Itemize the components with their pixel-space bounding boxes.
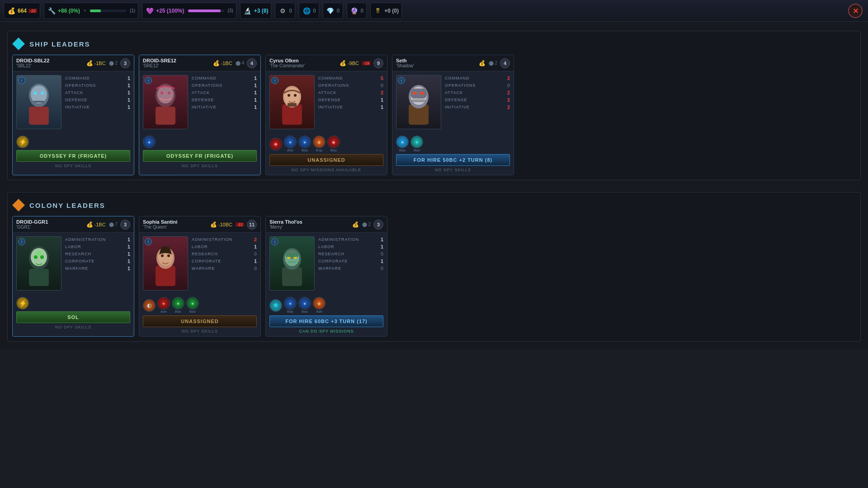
skill-icon-orange-sierra: ◆ [313, 297, 326, 310]
svg-point-8 [157, 85, 174, 103]
res3-value: 0 [337, 8, 340, 14]
svg-rect-35 [282, 267, 302, 286]
skill-icon-blue-cyrus-1: ● [284, 136, 297, 148]
assign-btn-cyrus[interactable]: UNASSIGNED [269, 154, 383, 166]
research-icon: 🔬 [243, 6, 252, 15]
info-btn-sbl22[interactable]: i [18, 77, 25, 84]
stat-corporate-sophia: CORPORATE 1 [192, 258, 257, 264]
skill-wrap-seth-2: ● Bas [410, 136, 423, 152]
skill-wrap-cyrus-1: ◆ [269, 138, 282, 150]
card-cost-seth: 💰 ⬤ 2 [479, 60, 497, 66]
cost-value-sre12: -1BC [221, 61, 232, 66]
gold-value: 664 [18, 8, 27, 14]
morale-value: +25 (100%) [156, 8, 184, 14]
stat-labor-ggr1: LABOR 1 [65, 244, 130, 250]
skill-icons-seth: ● Bas ● Bas [396, 136, 510, 152]
stat-defense-sbl22: DEFENSE 1 [65, 97, 130, 103]
svg-point-10 [168, 92, 170, 94]
skill-wrap-cyrus-4: ◆ Exp [313, 136, 326, 152]
close-button[interactable]: ✕ [848, 4, 863, 18]
assign-btn-seth[interactable]: FOR HIRE 50BC +2 TURN (8) [396, 154, 510, 166]
info-btn-sophia[interactable]: i [145, 238, 152, 245]
leader-card-sbl22: DROID-SBL22 'SBL22' 💰 -1BC ⬤ 2 3 i [12, 55, 134, 175]
colony-leaders-title: COLONY LEADERS [29, 202, 105, 209]
info-btn-seth[interactable]: i [398, 77, 405, 84]
card-nickname-sbl22: 'SBL22' [16, 63, 49, 68]
card-body-sierra: i [266, 233, 387, 294]
skill-icon-orange-cyrus: ◆ [313, 136, 326, 148]
stat-ops-sbl22: OPERATIONS 1 [65, 82, 130, 89]
production-icon: 🔧 [47, 6, 56, 15]
stat-val: 1 [127, 104, 130, 110]
info-btn-sierra[interactable]: i [271, 238, 278, 245]
res4-value: 0 [361, 8, 364, 14]
card-name-seth: Seth [396, 58, 414, 63]
stat-research-sierra: RESEARCH 0 [318, 251, 383, 257]
portrait-svg-sbl22 [21, 80, 57, 125]
stat-command-sre12: COMMAND 1 [192, 75, 257, 81]
colony-leaders-header: COLONY LEADERS [12, 195, 856, 216]
spy-text-sierra: CAN DO SPY MISSIONS [269, 329, 383, 333]
skill-label-bas-seth-1: Bas [399, 148, 406, 152]
skill-label-bas-sophia-1: Bas [175, 310, 181, 314]
stats-sierra: ADMINISTRATION 1 LABOR 1 RESEARCH 0 CO [318, 236, 383, 291]
stat-ops-seth: OPERATIONS 0 [445, 82, 510, 89]
research-value: +3 (8) [254, 8, 269, 14]
stat-warfare-sierra: WARFARE 0 [318, 265, 383, 272]
colony-leaders-grid: DROID-GGR1 'GGR1' 💰 -1BC ⬤ 7 3 i [12, 216, 856, 337]
level-badge-sre12: 4 [247, 58, 257, 68]
gold-delta: -22 [28, 9, 37, 13]
assign-btn-sophia[interactable]: UNASSIGNED [143, 315, 257, 327]
card-lower-sbl22: ⚡ ODYSSEY FR (FRIGATE) NO SPY SKILLS [13, 133, 134, 171]
assign-btn-sbl22[interactable]: ODYSSEY FR (FRIGATE) [16, 150, 130, 162]
main-content: SHIP LEADERS DROID-SBL22 'SBL22' 💰 -1BC … [0, 22, 868, 350]
portrait-sbl22[interactable]: i [16, 75, 61, 129]
skill-label-exp-cyrus: Exp [316, 148, 322, 152]
portrait-sierra[interactable]: i [269, 236, 315, 291]
stat-research-ggr1: RESEARCH 1 [65, 251, 130, 257]
morale-sierra: ⬤ 2 [362, 222, 371, 227]
assign-btn-sre12[interactable]: ODYSSEY FR (FRIGATE) [143, 150, 257, 162]
card-cost-sophia: 💰 -10BC -22 [210, 221, 244, 228]
card-nickname-cyrus: 'The Commander' [269, 63, 305, 68]
svg-point-33 [161, 254, 164, 257]
portrait-sre12[interactable]: i [143, 75, 188, 129]
assign-btn-sierra[interactable]: FOR HIRE 60BC +3 TURN (17) [269, 315, 383, 327]
gold-resource: 💰 664 -22 [4, 3, 40, 19]
skill-wrap-sierra-4: ◆ Adv [313, 297, 326, 314]
portrait-cyrus[interactable]: i [269, 75, 315, 129]
skill-label-bas-sierra-1: Bas [287, 310, 293, 314]
info-btn-cyrus[interactable]: i [271, 77, 278, 84]
card-name-ggr1: DROID-GGR1 [16, 219, 48, 225]
svg-point-27 [37, 251, 41, 256]
morale-sbl22: ⬤ 2 [109, 61, 118, 66]
card-lower-cyrus: ◆ ● Adv ● Bas ◆ Exp [266, 133, 387, 175]
production-bar-fill [90, 9, 101, 12]
res4-icon: 🔮 [350, 6, 359, 15]
card-cost-sre12: 💰 -1BC ⬤ 4 [213, 60, 244, 66]
morale-sre12: ⬤ 4 [236, 61, 244, 66]
card-nickname-sre12: 'SRE12' [143, 63, 176, 68]
svg-rect-1 [29, 107, 49, 125]
svg-rect-21 [413, 92, 417, 94]
production-resource: 🔧 +86 (0%) + (1) [44, 3, 138, 19]
card-lower-ggr1: ⚡ SOL NO SPY SKILLS [13, 294, 134, 332]
top-bar: 💰 664 -22 🔧 +86 (0%) + (1) 💜 +25 (100%) … [0, 0, 868, 22]
assign-btn-ggr1[interactable]: SOL [16, 311, 130, 323]
card-body-sbl22: i [13, 71, 134, 133]
stats-cyrus: COMMAND 5 OPERATIONS 0 ATTACK 2 DEFENS [318, 75, 383, 129]
stat-admin-ggr1: ADMINISTRATION 1 [65, 236, 130, 243]
portrait-sophia[interactable]: i [143, 236, 188, 291]
skill-wrap-sierra-2: ● Bas [284, 297, 297, 314]
card-top-ggr1: DROID-GGR1 'GGR1' 💰 -1BC ⬤ 7 3 [13, 216, 134, 233]
ship-leaders-title: SHIP LEADERS [29, 40, 90, 48]
portrait-seth[interactable]: i [396, 75, 441, 129]
card-top-sbl22: DROID-SBL22 'SBL22' 💰 -1BC ⬤ 2 3 [13, 55, 134, 71]
svg-rect-5 [33, 101, 44, 103]
info-btn-sre12[interactable]: i [145, 77, 152, 84]
portrait-ggr1[interactable]: i [16, 236, 61, 291]
stat-command-seth: COMMAND 2 [445, 75, 510, 81]
svg-rect-42 [286, 253, 298, 257]
spy-text-sbl22: NO SPY SKILLS [16, 164, 130, 168]
info-btn-ggr1[interactable]: i [18, 238, 25, 245]
